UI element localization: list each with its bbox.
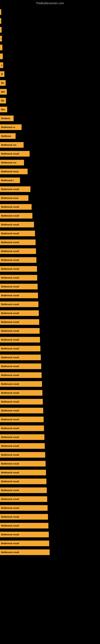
bar-label: Bottleneck result — [1, 374, 19, 376]
bar-row: Bottleneck result — [0, 202, 100, 211]
bar-row: Bot — [0, 105, 100, 114]
bar-label: Bottleneck result — [1, 250, 19, 252]
bar-label: Bottleneck result — [1, 383, 19, 385]
bar-label: Bottleneck result — [1, 188, 19, 190]
bar: Bottleneck result — [0, 275, 37, 280]
bar-row: Bottleneck result — [0, 380, 100, 388]
bar-label: Bottleneck result — [1, 409, 19, 412]
bar-label: Bottleneck result — [1, 232, 19, 235]
bar: Bottleneck result — [0, 266, 37, 272]
bar: Bottleneck result — [0, 310, 39, 316]
bar-label: Bottleneck result — [1, 516, 19, 518]
bar: Bo — [0, 98, 6, 104]
bar-label: Bottleneck result — [1, 427, 19, 430]
bar: Bottleneck result — [0, 204, 32, 210]
bar-row: Bottleneck result — [0, 300, 100, 309]
bar: Bottleneck result — [0, 399, 43, 404]
bar: Bottleneck resul — [0, 195, 28, 201]
bar-label: Bottlenec — [1, 135, 11, 137]
bar: Bottleneck result — [0, 514, 48, 520]
bar-row: Bottleneck resul — [0, 167, 100, 176]
bar: Bottleneck result — [0, 319, 39, 325]
bar-label: Bottleneck result — [1, 471, 19, 474]
bar-row: Bottleneck result — [0, 318, 100, 326]
bar-label: Bottleneck result — [1, 347, 19, 350]
bar: Bot — [0, 89, 7, 94]
bar-label: Bottleneck result — [1, 436, 19, 438]
bar-label: Bottleneck result — [1, 454, 19, 456]
bar-label: Bottleneck result — [1, 268, 19, 270]
bar-label: Bottleneck result — [1, 259, 19, 261]
bar-label: Bottleneck re — [1, 126, 15, 128]
bar-label: Bottleneck result — [1, 206, 19, 208]
bar-label: Bottlene — [1, 117, 10, 120]
bar — [0, 9, 1, 15]
bar-label: Bottleneck result — [1, 524, 19, 527]
bar: Bottleneck result — [0, 372, 42, 378]
bar — [0, 18, 1, 24]
bar-row: Bottleneck result — [0, 512, 100, 521]
bar: Bottleneck result — [0, 337, 40, 342]
bar-row: Bottleneck result — [0, 238, 100, 247]
bar-row — [0, 16, 100, 25]
bar-row: Bottleneck result — [0, 149, 100, 158]
bar-row: Bottleneck result — [0, 504, 100, 512]
bar: Bottleneck result — [0, 354, 41, 360]
bar-row: Bottleneck result — [0, 415, 100, 424]
bar-row: Bottlenec — [0, 132, 100, 140]
bar: Bottleneck re — [0, 124, 22, 130]
bar: Bottleneck result — [0, 488, 47, 493]
bar: Bottleneck res — [0, 160, 24, 166]
bar-label: Bottleneck resul — [1, 197, 18, 199]
bar-row: Bottleneck result — [0, 344, 100, 353]
bar-row: Bottleneck result — [0, 229, 100, 238]
bar: Bottleneck result — [0, 364, 41, 369]
bar-label: Bo — [1, 100, 4, 102]
bar-row: Bottleneck re — [0, 123, 100, 132]
bars-container: rsBBoBotBoBotBottleneBottleneck reBottle… — [0, 6, 100, 557]
bar-row: Bottleneck result — [0, 282, 100, 291]
bar: Bottleneck result — [0, 540, 49, 546]
bar-label: Bottleneck result — [1, 152, 19, 155]
bar-row — [0, 8, 100, 16]
bar-label: Bottleneck result — [1, 400, 19, 403]
bar-row: Bottleneck result — [0, 495, 100, 504]
bar-row: Bottleneck result — [0, 335, 100, 344]
bar-row: Bottleneck res — [0, 140, 100, 149]
bar-row: Bottleneck result — [0, 530, 100, 539]
bar-label: Bottleneck result — [1, 312, 19, 314]
bar-row: Bottleneck result — [0, 424, 100, 433]
bar-label: Bottleneck result — [1, 480, 19, 482]
bar: Bottleneck result — [0, 461, 46, 466]
bar-label: Bottleneck result — [1, 294, 19, 297]
bar: Bottleneck result — [0, 302, 38, 307]
bar: Bottleneck result — [0, 248, 36, 254]
bar — [0, 54, 3, 59]
bar-row: Bot — [0, 87, 100, 96]
bar: Bottleneck result — [0, 426, 44, 431]
bar-label: Bottleneck result — [1, 533, 19, 536]
bar-label: Bottleneck result — [1, 462, 19, 465]
bar-row — [0, 52, 100, 61]
bar-row: B — [0, 70, 100, 78]
bar: Bottleneck resul — [0, 169, 28, 174]
bar: Bottlenec — [0, 133, 16, 139]
bar-row: Bo — [0, 96, 100, 105]
bar-label: Bottleneck result — [1, 276, 19, 279]
bar-row: r — [0, 34, 100, 43]
bar-row: Bottleneck result — [0, 371, 100, 380]
bar-row: Bottleneck resul — [0, 194, 100, 202]
bar: Bottleneck result — [0, 381, 42, 387]
bar-label: Bottleneck r — [1, 179, 14, 182]
bar-row: Bottleneck result — [0, 521, 100, 530]
bar — [0, 27, 1, 32]
bar-label: B — [1, 73, 3, 75]
bar-row: Bottleneck result — [0, 256, 100, 264]
bar-row: Bottleneck result — [0, 247, 100, 256]
bar — [0, 45, 2, 50]
bar-label: Bottleneck result — [1, 498, 19, 500]
bar: Bottleneck result — [0, 240, 36, 245]
bar: Bo — [0, 80, 6, 86]
bar: Bottleneck result — [0, 532, 49, 537]
bar-label: Bot — [1, 90, 5, 93]
